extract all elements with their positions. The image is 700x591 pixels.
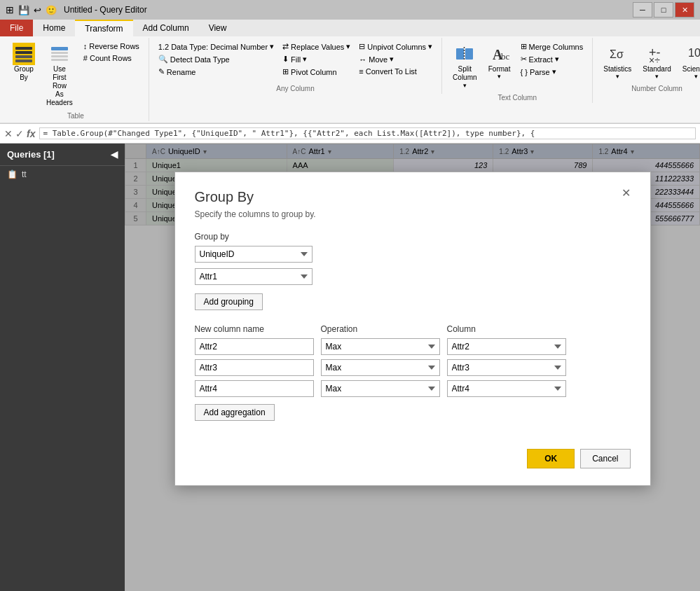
agg-headers: New column name Operation Column	[195, 324, 631, 334]
group-by-select-1[interactable]: UniqueID Attr1 Attr2 Attr3 Attr4	[195, 246, 313, 263]
split-column-label: SplitColumn	[453, 65, 476, 82]
ribbon-tabs: File Home Transform Add Column View	[0, 20, 700, 36]
scientific-label: Scientific	[682, 65, 700, 73]
agg-column-select-2[interactable]: Attr2Attr3Attr4	[447, 380, 566, 397]
operation-header: Operation	[321, 324, 440, 334]
add-grouping-button[interactable]: Add grouping	[195, 293, 263, 310]
modal-close-button[interactable]: ✕	[622, 186, 631, 200]
standard-button[interactable]: +-×÷ Standard ▾	[638, 39, 676, 83]
count-rows-button[interactable]: # Count Rows	[80, 53, 143, 64]
tab-file[interactable]: File	[0, 20, 33, 36]
ribbon: File Home Transform Add Column View Grou…	[0, 20, 700, 124]
data-type-dropdown[interactable]: ▾	[270, 42, 274, 51]
agg-name-input-0[interactable]	[195, 338, 314, 355]
use-first-row-label: Use First RowAs Headers	[46, 65, 74, 107]
unpivot-label: Unpivot Columns	[367, 43, 426, 51]
reverse-rows-button[interactable]: ↕ Reverse Rows	[80, 41, 143, 52]
new-col-name-header: New column name	[195, 324, 314, 334]
formula-bar: ✕ ✓ fx	[0, 124, 700, 144]
rename-icon: ✎	[158, 67, 165, 76]
svg-rect-3	[15, 60, 32, 62]
modal-subtitle: Specify the columns to group by.	[195, 209, 631, 219]
statistics-icon: Σσ	[606, 43, 629, 65]
group-by-section-label: Group by	[195, 232, 631, 242]
statistics-button[interactable]: Σσ Statistics ▾	[598, 39, 636, 83]
svg-rect-9	[465, 48, 473, 60]
replace-values-button[interactable]: ⇄ Replace Values ▾	[279, 41, 354, 53]
ok-button[interactable]: OK	[527, 449, 575, 468]
format-button[interactable]: Abc Format ▾	[483, 39, 516, 83]
svg-rect-7	[51, 59, 68, 61]
any-column-small-group-2: ⇄ Replace Values ▾ ⬇ Fill ▾ ⊞ Pivot Colu…	[279, 39, 354, 78]
detect-data-type-button[interactable]: 🔍 Detect Data Type	[155, 53, 277, 65]
formula-cancel-icon[interactable]: ✕	[4, 128, 13, 139]
data-type-label: Data Type: Decimal Number	[171, 43, 268, 51]
svg-rect-0	[15, 47, 32, 50]
any-column-items: 1.2 Data Type: Decimal Number ▾ 🔍 Detect…	[155, 39, 436, 83]
tab-view[interactable]: View	[199, 20, 237, 36]
ribbon-group-text-column: SplitColumn ▾ Abc Format ▾ ⊞ Merge Colum…	[442, 38, 593, 103]
ribbon-content: GroupBy Use First RowAs Headers ↕ Revers…	[0, 36, 700, 123]
agg-operation-select-0[interactable]: MaxMinSumAverageCountCount Distinct	[321, 338, 440, 355]
pivot-column-button[interactable]: ⊞ Pivot Column	[279, 66, 354, 78]
fill-label: Fill	[291, 55, 301, 64]
agg-operation-select-2[interactable]: MaxMinSumAverageCountCount Distinct	[321, 380, 440, 397]
agg-name-input-2[interactable]	[195, 380, 314, 397]
rename-button[interactable]: ✎ Rename	[155, 66, 277, 78]
scientific-button[interactable]: 10x Scientific ▾	[678, 39, 700, 83]
move-button[interactable]: ↔ Move ▾	[355, 53, 436, 65]
convert-to-list-button[interactable]: ≡ Convert To List	[355, 66, 436, 77]
query-label: tt	[22, 169, 27, 179]
text-column-label: Text Column	[497, 92, 537, 102]
sidebar-header: Queries [1] ◀	[0, 144, 125, 166]
svg-text:bc: bc	[501, 51, 509, 62]
save-icon[interactable]: 💾	[18, 5, 29, 15]
sidebar-collapse-icon[interactable]: ◀	[111, 149, 118, 160]
sidebar-item-tt[interactable]: 📋 tt	[0, 166, 125, 183]
merge-columns-button[interactable]: ⊞ Merge Columns	[517, 41, 587, 53]
any-column-label: Any Column	[276, 83, 314, 92]
number-column-label: Number Column	[631, 83, 682, 92]
standard-icon: +-×÷	[646, 43, 668, 65]
cancel-button[interactable]: Cancel	[580, 449, 630, 468]
agg-name-input-1[interactable]	[195, 359, 314, 376]
emoji-icon[interactable]: 🙂	[46, 5, 57, 15]
tab-add-column[interactable]: Add Column	[133, 20, 199, 36]
formula-confirm-icon[interactable]: ✓	[15, 128, 24, 139]
svg-rect-4	[51, 47, 68, 50]
sidebar: Queries [1] ◀ 📋 tt	[0, 144, 125, 591]
maximize-button[interactable]: □	[654, 2, 673, 18]
group-by-select-2[interactable]: Attr1 UniqueID Attr2 Attr3 Attr4	[195, 268, 313, 285]
tab-home[interactable]: Home	[33, 20, 75, 36]
data-type-button[interactable]: 1.2 Data Type: Decimal Number ▾	[155, 41, 277, 53]
any-column-small-group: 1.2 Data Type: Decimal Number ▾ 🔍 Detect…	[155, 39, 277, 78]
agg-column-select-0[interactable]: Attr2Attr3Attr4	[447, 338, 566, 355]
groupby-selects: UniqueID Attr1 Attr2 Attr3 Attr4 Attr1 U…	[195, 246, 631, 291]
agg-column-select-1[interactable]: Attr2Attr3Attr4	[447, 359, 566, 376]
minimize-button[interactable]: ─	[633, 2, 652, 18]
group-by-button[interactable]: GroupBy	[8, 39, 39, 85]
count-rows-icon: #	[83, 54, 88, 62]
table-small-group: ↕ Reverse Rows # Count Rows	[80, 39, 143, 64]
agg-operation-select-1[interactable]: MaxMinSumAverageCountCount Distinct	[321, 359, 440, 376]
svg-rect-1	[15, 51, 32, 54]
undo-icon[interactable]: ↩	[34, 5, 41, 15]
unpivot-columns-button[interactable]: ⊟ Unpivot Columns ▾	[355, 41, 436, 53]
fill-button[interactable]: ⬇ Fill ▾	[279, 53, 354, 65]
add-aggregation-button[interactable]: Add aggregation	[195, 404, 275, 421]
column-header: Column	[447, 324, 566, 334]
extract-button[interactable]: ✂ Extract ▾	[517, 53, 587, 65]
replace-icon: ⇄	[282, 42, 289, 51]
tab-transform[interactable]: Transform	[75, 20, 132, 36]
split-column-button[interactable]: SplitColumn ▾	[448, 39, 481, 92]
table-group-items: GroupBy Use First RowAs Headers ↕ Revers…	[8, 39, 143, 111]
parse-button[interactable]: { } Parse ▾	[517, 66, 587, 78]
agg-row: MaxMinSumAverageCountCount Distinct Attr…	[195, 359, 631, 376]
agg-rows: MaxMinSumAverageCountCount Distinct Attr…	[195, 338, 631, 397]
close-button[interactable]: ✕	[675, 2, 694, 18]
modal-title: Group By	[195, 189, 631, 205]
group-by-label: GroupBy	[14, 65, 34, 82]
use-first-row-button[interactable]: Use First RowAs Headers	[41, 39, 78, 111]
split-column-icon	[453, 43, 476, 65]
formula-input[interactable]	[39, 127, 696, 139]
